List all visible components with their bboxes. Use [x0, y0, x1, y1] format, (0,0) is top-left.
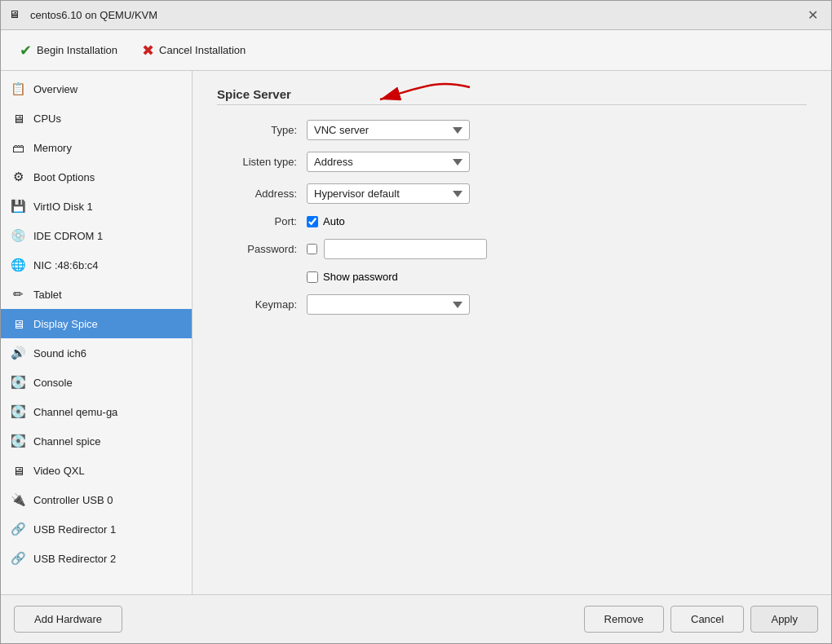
display-spice-label: Display Spice [33, 318, 184, 330]
video-qxl-label: Video QXL [33, 465, 184, 477]
sound-ich6-icon: 🔊 [9, 344, 27, 362]
address-select[interactable]: Hypervisor defaultAll interfacesLocalhos… [307, 183, 470, 204]
cancel-installation-label: Cancel Installation [159, 44, 246, 56]
sidebar-item-channel-qemu-ga[interactable]: 💽Channel qemu-ga [1, 397, 192, 426]
listen-type-control: AddressNoneAll [307, 152, 470, 172]
begin-installation-label: Begin Installation [37, 44, 117, 56]
sidebar-item-ide-cdrom[interactable]: 💿IDE CDROM 1 [1, 221, 192, 250]
password-input[interactable] [324, 239, 487, 259]
add-hardware-button[interactable]: Add Hardware [14, 606, 122, 633]
port-row: Port: Auto [217, 215, 807, 227]
port-auto-checkbox[interactable] [307, 216, 318, 227]
app-icon: 🖥 [9, 8, 24, 23]
sidebar-item-console[interactable]: 💽Console [1, 368, 192, 397]
footer: Add Hardware Remove Cancel Apply [1, 594, 831, 643]
apply-button[interactable]: Apply [750, 606, 818, 633]
sidebar-item-controller-usb[interactable]: 🔌Controller USB 0 [1, 485, 192, 514]
port-auto-label: Auto [323, 215, 345, 227]
sidebar-item-channel-spice[interactable]: 💽Channel spice [1, 426, 192, 456]
channel-qemu-ga-label: Channel qemu-ga [33, 406, 184, 418]
address-row: Address: Hypervisor defaultAll interface… [217, 183, 807, 204]
tablet-icon: ✏ [9, 285, 27, 303]
sidebar-item-memory[interactable]: 🗃Memory [1, 133, 192, 162]
sound-ich6-label: Sound ich6 [33, 347, 184, 359]
arrows-overlay [193, 71, 831, 594]
controller-usb-label: Controller USB 0 [33, 494, 184, 506]
listen-type-select[interactable]: AddressNoneAll [307, 152, 470, 172]
password-control [307, 239, 487, 259]
window-title: centos6.10 on QEMU/KVM [30, 9, 157, 21]
controller-usb-icon: 🔌 [9, 491, 27, 509]
check-icon: ✔ [20, 42, 32, 60]
type-control: VNC serverSpice server [307, 120, 470, 140]
section-title: Spice Server [217, 87, 807, 105]
display-spice-icon: 🖥 [9, 315, 27, 333]
password-label: Password: [217, 243, 307, 255]
overview-label: Overview [33, 83, 184, 95]
footer-right: Remove Cancel Apply [584, 606, 818, 633]
port-auto-wrap[interactable]: Auto [307, 215, 345, 227]
main-content: 📋Overview🖥CPUs🗃Memory⚙Boot Options💾VirtI… [1, 71, 831, 594]
listen-type-row: Listen type: AddressNoneAll [217, 152, 807, 172]
console-icon: 💽 [9, 373, 27, 391]
memory-label: Memory [33, 142, 184, 154]
address-control: Hypervisor defaultAll interfacesLocalhos… [307, 183, 470, 204]
tablet-label: Tablet [33, 289, 184, 301]
keymap-label: Keymap: [217, 298, 307, 311]
type-row: Type: VNC serverSpice server [217, 120, 807, 140]
footer-left: Add Hardware [14, 606, 122, 633]
video-qxl-icon: 🖥 [9, 461, 27, 479]
cancel-installation-button[interactable]: ✖ Cancel Installation [131, 37, 256, 64]
sidebar-item-display-spice[interactable]: 🖥Display Spice [1, 309, 192, 338]
sidebar-item-boot-options[interactable]: ⚙Boot Options [1, 162, 192, 192]
channel-spice-icon: 💽 [9, 432, 27, 450]
virtio-disk-icon: 💾 [9, 197, 27, 215]
keymap-select[interactable]: en-usdefr [307, 294, 470, 315]
toolbar: ✔ Begin Installation ✖ Cancel Installati… [1, 30, 831, 71]
boot-options-label: Boot Options [33, 171, 184, 183]
nic-label: NIC :48:6b:c4 [33, 259, 184, 271]
show-password-label: Show password [323, 271, 398, 283]
listen-type-label: Listen type: [217, 156, 307, 168]
ide-cdrom-icon: 💿 [9, 227, 27, 245]
nic-icon: 🌐 [9, 256, 27, 274]
sidebar-item-cpus[interactable]: 🖥CPUs [1, 104, 192, 133]
usb-redirector-2-icon: 🔗 [9, 549, 27, 567]
sidebar-item-usb-redirector-1[interactable]: 🔗USB Redirector 1 [1, 514, 192, 544]
sidebar-item-video-qxl[interactable]: 🖥Video QXL [1, 456, 192, 485]
boot-options-icon: ⚙ [9, 168, 27, 186]
password-enable-checkbox[interactable] [307, 244, 317, 254]
sidebar-item-sound-ich6[interactable]: 🔊Sound ich6 [1, 338, 192, 368]
password-row: Password: [217, 239, 807, 259]
begin-installation-button[interactable]: ✔ Begin Installation [9, 37, 128, 64]
sidebar-item-tablet[interactable]: ✏Tablet [1, 280, 192, 309]
sidebar-item-overview[interactable]: 📋Overview [1, 74, 192, 104]
usb-redirector-1-icon: 🔗 [9, 520, 27, 538]
sidebar-item-virtio-disk[interactable]: 💾VirtIO Disk 1 [1, 192, 192, 221]
close-button[interactable]: ✕ [803, 6, 823, 24]
cpus-label: CPUs [33, 112, 184, 125]
sidebar-item-nic[interactable]: 🌐NIC :48:6b:c4 [1, 250, 192, 280]
sidebar: 📋Overview🖥CPUs🗃Memory⚙Boot Options💾VirtI… [1, 71, 193, 594]
overview-icon: 📋 [9, 80, 27, 98]
port-control: Auto [307, 215, 345, 227]
titlebar-left: 🖥 centos6.10 on QEMU/KVM [9, 8, 157, 23]
sidebar-item-usb-redirector-2[interactable]: 🔗USB Redirector 2 [1, 544, 192, 573]
show-password-checkbox[interactable] [307, 271, 318, 283]
show-password-control: Show password [307, 271, 398, 283]
cancel-button[interactable]: Cancel [670, 606, 744, 633]
channel-spice-label: Channel spice [33, 435, 184, 448]
channel-qemu-ga-icon: 💽 [9, 403, 27, 421]
titlebar: 🖥 centos6.10 on QEMU/KVM ✕ [1, 1, 831, 30]
type-select[interactable]: VNC serverSpice server [307, 120, 470, 140]
cpus-icon: 🖥 [9, 109, 27, 127]
type-label: Type: [217, 124, 307, 136]
keymap-control: en-usdefr [307, 294, 470, 315]
keymap-row: Keymap: en-usdefr [217, 294, 807, 315]
usb-redirector-2-label: USB Redirector 2 [33, 553, 184, 565]
address-label: Address: [217, 187, 307, 200]
show-password-wrap[interactable]: Show password [307, 271, 398, 283]
remove-button[interactable]: Remove [584, 606, 664, 633]
show-password-row: Show password [217, 271, 807, 283]
main-window: 🖥 centos6.10 on QEMU/KVM ✕ ✔ Begin Insta… [0, 0, 832, 644]
